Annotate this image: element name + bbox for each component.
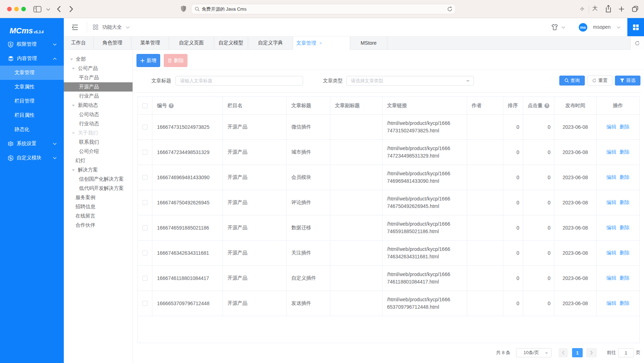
- page-size-select[interactable]: 10条/页: [516, 348, 551, 357]
- tab-自定义字典[interactable]: 自定义字典: [248, 37, 293, 49]
- tree-node-信创国产化解决方案[interactable]: 信创国产化解决方案: [64, 175, 133, 184]
- new-tab-icon[interactable]: [619, 6, 624, 12]
- tree-node-公司动态[interactable]: 公司动态: [64, 110, 133, 119]
- edit-link[interactable]: 编辑: [606, 124, 616, 130]
- tab-角色管理[interactable]: 角色管理: [94, 37, 131, 49]
- tree-node-幻灯[interactable]: 幻灯: [64, 156, 133, 165]
- browser-forward-icon[interactable]: [69, 6, 73, 12]
- row-checkbox[interactable]: [138, 266, 152, 291]
- edit-link[interactable]: 编辑: [606, 275, 616, 281]
- browser-sidebar-toggle-icon[interactable]: [33, 6, 41, 12]
- tab-工作台[interactable]: 工作台: [64, 37, 94, 49]
- refresh-tab-button[interactable]: [630, 37, 644, 50]
- grid-menu-icon[interactable]: [93, 24, 98, 30]
- username-label[interactable]: msopen: [593, 18, 611, 36]
- edit-link[interactable]: 编辑: [606, 174, 616, 181]
- tree-node-合作伙伴[interactable]: 合作伙伴: [64, 221, 133, 230]
- row-checkbox[interactable]: [138, 291, 152, 316]
- privacy-shield-icon[interactable]: [180, 5, 186, 13]
- sidebar-subitem[interactable]: 文章属性: [0, 80, 64, 94]
- tree-node-在线留言[interactable]: 在线留言: [64, 211, 133, 221]
- add-button[interactable]: 新增: [136, 54, 160, 67]
- delete-link[interactable]: 删除: [620, 149, 629, 155]
- query-button[interactable]: 查询: [559, 76, 585, 86]
- decrease-font-icon[interactable]: 小: [580, 6, 584, 12]
- tree-node-公司介绍[interactable]: 公司介绍: [64, 147, 133, 156]
- row-checkbox[interactable]: [138, 190, 152, 215]
- edit-link[interactable]: 编辑: [606, 300, 616, 307]
- delete-link[interactable]: 删除: [620, 174, 629, 181]
- edit-link[interactable]: 编辑: [606, 199, 616, 206]
- tree-node-关于我们[interactable]: 关于我们: [64, 128, 133, 138]
- help-icon[interactable]: ?: [169, 103, 174, 108]
- tree-node-解决方案[interactable]: 解决方案: [64, 165, 133, 175]
- user-avatar[interactable]: ms: [579, 23, 587, 32]
- delete-link[interactable]: 删除: [620, 124, 629, 130]
- close-window-button[interactable]: [7, 7, 12, 11]
- prev-page-button[interactable]: [559, 348, 568, 357]
- collapse-sidebar-icon[interactable]: [72, 24, 78, 30]
- delete-link[interactable]: 删除: [620, 275, 629, 281]
- share-icon[interactable]: [605, 5, 611, 13]
- delete-button[interactable]: 删除: [164, 54, 187, 67]
- tree-node-低代码开发解决方案[interactable]: 低代码开发解决方案: [64, 184, 133, 193]
- tree-expand-icon[interactable]: [72, 169, 75, 171]
- goto-page-input[interactable]: 1: [618, 348, 634, 357]
- browser-back-icon[interactable]: [57, 6, 61, 12]
- increase-font-icon[interactable]: 大: [592, 5, 598, 12]
- sidebar-item-3[interactable]: 自定义模块: [0, 151, 64, 165]
- sidebar-item-0[interactable]: 权限管理: [0, 37, 64, 51]
- tree-node-招聘信息[interactable]: 招聘信息: [64, 202, 133, 211]
- theme-tshirt-icon[interactable]: [551, 24, 558, 31]
- row-checkbox[interactable]: [138, 115, 152, 140]
- row-checkbox[interactable]: [138, 241, 152, 266]
- sidebar-subitem[interactable]: 栏目管理: [0, 94, 64, 108]
- tree-node-行业动态[interactable]: 行业动态: [64, 119, 133, 128]
- tree-expand-icon[interactable]: [70, 59, 73, 60]
- tab-菜单管理[interactable]: 菜单管理: [131, 37, 169, 49]
- tab-自定义页面[interactable]: 自定义页面: [169, 37, 214, 49]
- tree-node-开源产品[interactable]: 开源产品: [64, 82, 133, 92]
- tree-node-公司产品[interactable]: 公司产品: [64, 64, 133, 73]
- sidebar-dropdown-chevron-icon[interactable]: [46, 8, 50, 11]
- tree-expand-icon[interactable]: [72, 132, 75, 134]
- tree-expand-icon[interactable]: [72, 68, 75, 70]
- select-all-checkbox[interactable]: [138, 97, 152, 115]
- title-search-input[interactable]: 请输入文章标题: [175, 76, 303, 86]
- tab-自定义模型[interactable]: 自定义模型: [214, 37, 248, 49]
- reset-button[interactable]: 重置: [587, 76, 612, 86]
- row-checkbox[interactable]: [138, 140, 152, 165]
- tree-node-平台产品[interactable]: 平台产品: [64, 73, 133, 82]
- edit-link[interactable]: 编辑: [606, 225, 616, 231]
- sidebar-subitem[interactable]: 文章管理: [0, 66, 64, 80]
- tree-node-服务案例[interactable]: 服务案例: [64, 193, 133, 202]
- row-checkbox[interactable]: [138, 215, 152, 241]
- sidebar-subitem[interactable]: 静态化: [0, 122, 64, 137]
- tree-node-新闻动态[interactable]: 新闻动态: [64, 101, 133, 110]
- minimize-window-button[interactable]: [14, 7, 19, 11]
- edit-link[interactable]: 编辑: [606, 149, 616, 155]
- tree-node-全部[interactable]: 全部: [64, 55, 133, 64]
- nav-menu-label[interactable]: 功能大全: [102, 18, 122, 36]
- sidebar-item-2[interactable]: 系统设置: [0, 137, 64, 151]
- current-page-button[interactable]: 1: [572, 348, 583, 357]
- delete-link[interactable]: 删除: [620, 199, 629, 206]
- address-bar[interactable]: 免费开源的 Java Cms: [191, 4, 455, 14]
- type-select[interactable]: 请选择文章类型: [346, 76, 474, 86]
- tree-expand-icon[interactable]: [72, 105, 75, 106]
- tree-node-行业产品[interactable]: 行业产品: [64, 92, 133, 101]
- sidebar-subitem[interactable]: 栏目属性: [0, 108, 64, 122]
- filter-button[interactable]: 筛选: [615, 76, 640, 86]
- help-icon[interactable]: ?: [544, 103, 549, 108]
- next-page-button[interactable]: [586, 348, 597, 357]
- tab-MStore[interactable]: MStore: [350, 37, 387, 49]
- tab-overview-icon[interactable]: [632, 6, 638, 12]
- tab-文章管理[interactable]: 文章管理×: [293, 37, 350, 50]
- apps-grid-button[interactable]: [627, 18, 644, 36]
- sidebar-item-1[interactable]: 内容管理: [0, 51, 64, 66]
- zoom-window-button[interactable]: [21, 7, 26, 11]
- row-checkbox[interactable]: [138, 165, 152, 190]
- tab-close-icon[interactable]: ×: [319, 40, 322, 46]
- delete-link[interactable]: 删除: [620, 300, 629, 307]
- edit-link[interactable]: 编辑: [606, 250, 616, 256]
